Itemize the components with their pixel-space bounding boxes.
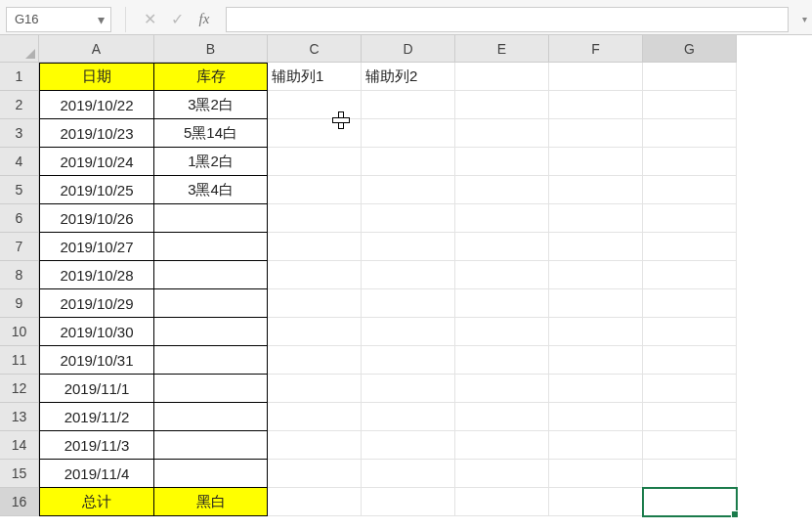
cell-C2[interactable] xyxy=(268,91,362,119)
cell-B3[interactable]: 5黑14白 xyxy=(154,119,268,148)
cell-A4[interactable]: 2019/10/24 xyxy=(39,148,154,176)
cancel-icon[interactable]: ✕ xyxy=(136,7,163,32)
cell-B16[interactable]: 黑白 xyxy=(154,488,268,516)
cell-C5[interactable] xyxy=(268,176,362,204)
cell-B10[interactable] xyxy=(154,318,268,346)
cell-C4[interactable] xyxy=(268,148,362,176)
cell-E9[interactable] xyxy=(455,289,549,318)
cell-E16[interactable] xyxy=(455,488,549,516)
cell-F5[interactable] xyxy=(549,176,643,204)
cell-C6[interactable] xyxy=(268,204,362,233)
cell-A15[interactable]: 2019/11/4 xyxy=(39,460,154,488)
cell-A6[interactable]: 2019/10/26 xyxy=(39,204,154,233)
col-header-G[interactable]: G xyxy=(643,35,737,63)
cell-G16[interactable] xyxy=(643,488,737,516)
cell-D2[interactable] xyxy=(362,91,455,119)
row-header-2[interactable]: 2 xyxy=(0,91,39,119)
select-all-corner[interactable] xyxy=(0,35,39,63)
cell-A3[interactable]: 2019/10/23 xyxy=(39,119,154,148)
cell-G13[interactable] xyxy=(643,403,737,431)
cell-F1[interactable] xyxy=(549,63,643,91)
cell-D10[interactable] xyxy=(362,318,455,346)
cell-E14[interactable] xyxy=(455,431,549,460)
cell-A12[interactable]: 2019/11/1 xyxy=(39,375,154,403)
cell-B1[interactable]: 库存 xyxy=(154,63,268,91)
cell-A13[interactable]: 2019/11/2 xyxy=(39,403,154,431)
row-header-15[interactable]: 15 xyxy=(0,460,39,488)
cell-E12[interactable] xyxy=(455,375,549,403)
cell-D8[interactable] xyxy=(362,261,455,289)
enter-icon[interactable]: ✓ xyxy=(163,7,191,32)
cell-E3[interactable] xyxy=(455,119,549,148)
cell-A9[interactable]: 2019/10/29 xyxy=(39,289,154,318)
cell-F13[interactable] xyxy=(549,403,643,431)
row-header-4[interactable]: 4 xyxy=(0,148,39,176)
cell-A11[interactable]: 2019/10/31 xyxy=(39,346,154,375)
cell-C10[interactable] xyxy=(268,318,362,346)
formula-input[interactable] xyxy=(226,7,789,32)
cell-B15[interactable] xyxy=(154,460,268,488)
row-header-5[interactable]: 5 xyxy=(0,176,39,204)
cell-E8[interactable] xyxy=(455,261,549,289)
cell-G9[interactable] xyxy=(643,289,737,318)
cell-A8[interactable]: 2019/10/28 xyxy=(39,261,154,289)
cell-F3[interactable] xyxy=(549,119,643,148)
cell-D12[interactable] xyxy=(362,375,455,403)
row-header-16[interactable]: 16 xyxy=(0,488,39,516)
cell-B5[interactable]: 3黑4白 xyxy=(154,176,268,204)
row-header-11[interactable]: 11 xyxy=(0,346,39,375)
cell-F12[interactable] xyxy=(549,375,643,403)
cell-A16[interactable]: 总计 xyxy=(39,488,154,516)
cell-G5[interactable] xyxy=(643,176,737,204)
cell-C13[interactable] xyxy=(268,403,362,431)
cell-G7[interactable] xyxy=(643,233,737,261)
cell-A2[interactable]: 2019/10/22 xyxy=(39,91,154,119)
name-box[interactable]: G16 ▾ xyxy=(6,7,111,32)
cell-B13[interactable] xyxy=(154,403,268,431)
cell-D3[interactable] xyxy=(362,119,455,148)
cell-E2[interactable] xyxy=(455,91,549,119)
cell-C1[interactable]: 辅助列1 xyxy=(268,63,362,91)
cell-B11[interactable] xyxy=(154,346,268,375)
cell-A5[interactable]: 2019/10/25 xyxy=(39,176,154,204)
cell-G1[interactable] xyxy=(643,63,737,91)
row-header-10[interactable]: 10 xyxy=(0,318,39,346)
cell-A10[interactable]: 2019/10/30 xyxy=(39,318,154,346)
cell-G10[interactable] xyxy=(643,318,737,346)
cell-C8[interactable] xyxy=(268,261,362,289)
cell-G4[interactable] xyxy=(643,148,737,176)
row-header-12[interactable]: 12 xyxy=(0,375,39,403)
cell-E5[interactable] xyxy=(455,176,549,204)
cell-D7[interactable] xyxy=(362,233,455,261)
cell-D15[interactable] xyxy=(362,460,455,488)
expand-formula-icon[interactable]: ▾ xyxy=(796,14,812,24)
cell-B4[interactable]: 1黑2白 xyxy=(154,148,268,176)
cell-F16[interactable] xyxy=(549,488,643,516)
cell-G6[interactable] xyxy=(643,204,737,233)
cell-B7[interactable] xyxy=(154,233,268,261)
cell-D16[interactable] xyxy=(362,488,455,516)
col-header-A[interactable]: A xyxy=(39,35,154,63)
cell-B2[interactable]: 3黑2白 xyxy=(154,91,268,119)
cell-C14[interactable] xyxy=(268,431,362,460)
cell-E15[interactable] xyxy=(455,460,549,488)
row-header-14[interactable]: 14 xyxy=(0,431,39,460)
cell-D11[interactable] xyxy=(362,346,455,375)
cell-C7[interactable] xyxy=(268,233,362,261)
row-header-7[interactable]: 7 xyxy=(0,233,39,261)
cell-F2[interactable] xyxy=(549,91,643,119)
cell-A1[interactable]: 日期 xyxy=(39,63,154,91)
cell-G15[interactable] xyxy=(643,460,737,488)
col-header-B[interactable]: B xyxy=(154,35,268,63)
cell-D14[interactable] xyxy=(362,431,455,460)
cell-B9[interactable] xyxy=(154,289,268,318)
cell-E1[interactable] xyxy=(455,63,549,91)
cell-C15[interactable] xyxy=(268,460,362,488)
fx-icon[interactable]: fx xyxy=(191,7,218,32)
col-header-D[interactable]: D xyxy=(362,35,455,63)
row-header-1[interactable]: 1 xyxy=(0,63,39,91)
cell-F9[interactable] xyxy=(549,289,643,318)
cell-E13[interactable] xyxy=(455,403,549,431)
cell-F6[interactable] xyxy=(549,204,643,233)
col-header-E[interactable]: E xyxy=(455,35,549,63)
